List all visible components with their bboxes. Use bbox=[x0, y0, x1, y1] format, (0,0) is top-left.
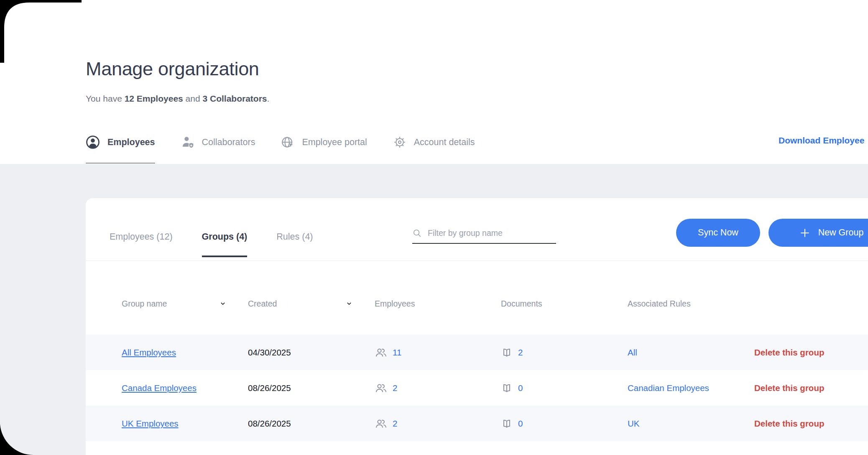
book-icon bbox=[501, 382, 513, 394]
created-date: 08/26/2025 bbox=[248, 383, 375, 393]
subtitle: You have 12 Employees and 3 Collaborator… bbox=[86, 94, 269, 104]
table-row: Canada Employees 08/26/2025 2 0 Canadian… bbox=[86, 370, 868, 406]
group-name-link[interactable]: All Employees bbox=[122, 348, 176, 357]
table-row: USA employees 08/26/2025 3 0 American Em… bbox=[86, 441, 868, 455]
delete-group-button[interactable]: Delete this group bbox=[754, 419, 868, 429]
table-header: Group name Created Employees Documents A… bbox=[86, 261, 868, 335]
card-header: Employees (12) Groups (4) Rules (4) Sync… bbox=[86, 198, 868, 261]
employee-count: 12 Employees bbox=[125, 94, 183, 103]
globe-cursor-icon bbox=[281, 135, 294, 149]
filter-input[interactable] bbox=[428, 228, 545, 238]
gear-icon bbox=[393, 135, 406, 149]
tab-account-details[interactable]: Account details bbox=[393, 135, 475, 149]
group-name-link[interactable]: Canada Employees bbox=[122, 383, 197, 393]
collaborator-count: 3 Collaborators bbox=[202, 94, 267, 103]
new-group-label: New Group bbox=[818, 228, 864, 238]
person-circle-icon bbox=[86, 135, 100, 149]
tab-employees-list[interactable]: Employees (12) bbox=[110, 233, 173, 242]
people-icon bbox=[375, 418, 387, 429]
page-title: Manage organization bbox=[86, 58, 259, 80]
search-icon bbox=[412, 228, 422, 238]
people-icon bbox=[375, 382, 387, 394]
created-date: 04/30/2025 bbox=[248, 348, 375, 358]
download-employee-link[interactable]: Download Employee bbox=[779, 135, 864, 146]
groups-table-body: All Employees 04/30/2025 11 2 All Delete… bbox=[86, 335, 868, 455]
chevron-down-icon[interactable] bbox=[220, 300, 226, 307]
tab-employee-portal[interactable]: Employee portal bbox=[281, 135, 367, 149]
page-header: Manage organization You have 12 Employee… bbox=[0, 0, 868, 164]
column-header-documents: Documents bbox=[501, 299, 628, 309]
book-icon bbox=[501, 418, 513, 429]
people-icon bbox=[375, 453, 387, 455]
column-header-employees: Employees bbox=[375, 299, 501, 309]
employee-count-link[interactable]: 11 bbox=[393, 348, 401, 358]
tab-label: Employees bbox=[107, 137, 155, 148]
book-icon bbox=[501, 453, 513, 455]
tab-rules[interactable]: Rules (4) bbox=[276, 233, 313, 242]
created-date: 08/26/2025 bbox=[248, 419, 375, 429]
tab-label: Employee portal bbox=[302, 137, 367, 148]
associated-rule-link[interactable]: Canadian Employees bbox=[628, 383, 709, 393]
subtitle-text: You have bbox=[86, 94, 125, 103]
associated-rule-link[interactable]: UK bbox=[628, 419, 639, 428]
groups-card: Employees (12) Groups (4) Rules (4) Sync… bbox=[86, 198, 868, 455]
person-shield-icon bbox=[181, 135, 194, 149]
group-filter bbox=[412, 228, 556, 244]
column-header-group-name: Group name bbox=[122, 299, 248, 309]
chevron-down-icon[interactable] bbox=[346, 300, 352, 307]
document-count-link[interactable]: 0 bbox=[518, 383, 523, 393]
tab-groups[interactable]: Groups (4) bbox=[202, 233, 248, 242]
table-row: All Employees 04/30/2025 11 2 All Delete… bbox=[86, 335, 868, 370]
delete-group-button[interactable]: Delete this group bbox=[754, 348, 868, 358]
associated-rule-link[interactable]: All bbox=[628, 348, 637, 357]
column-header-created: Created bbox=[248, 299, 375, 309]
column-header-associated-rules: Associated Rules bbox=[628, 299, 754, 309]
employee-count-link[interactable]: 2 bbox=[393, 419, 397, 429]
group-name-link[interactable]: UK Employees bbox=[122, 419, 179, 428]
document-count-link[interactable]: 0 bbox=[518, 419, 523, 429]
main-tabs: Employees Collaborators Employee portal … bbox=[86, 133, 475, 151]
sync-now-button[interactable]: Sync Now bbox=[676, 219, 760, 247]
book-icon bbox=[501, 347, 513, 358]
table-row: UK Employees 08/26/2025 2 0 UK Delete th… bbox=[86, 406, 868, 441]
people-icon bbox=[375, 347, 387, 358]
delete-group-button[interactable]: Delete this group bbox=[754, 383, 868, 393]
content-section: Employees (12) Groups (4) Rules (4) Sync… bbox=[0, 164, 868, 455]
card-tabs: Employees (12) Groups (4) Rules (4) bbox=[110, 233, 313, 242]
tab-label: Collaborators bbox=[202, 137, 255, 148]
new-group-button[interactable]: New Group bbox=[768, 219, 868, 247]
plus-icon bbox=[799, 227, 811, 239]
tab-label: Account details bbox=[414, 137, 475, 148]
document-count-link[interactable]: 2 bbox=[518, 348, 523, 358]
employee-count-link[interactable]: 2 bbox=[393, 383, 397, 393]
tab-collaborators[interactable]: Collaborators bbox=[181, 135, 255, 149]
tab-employees[interactable]: Employees bbox=[86, 135, 155, 149]
